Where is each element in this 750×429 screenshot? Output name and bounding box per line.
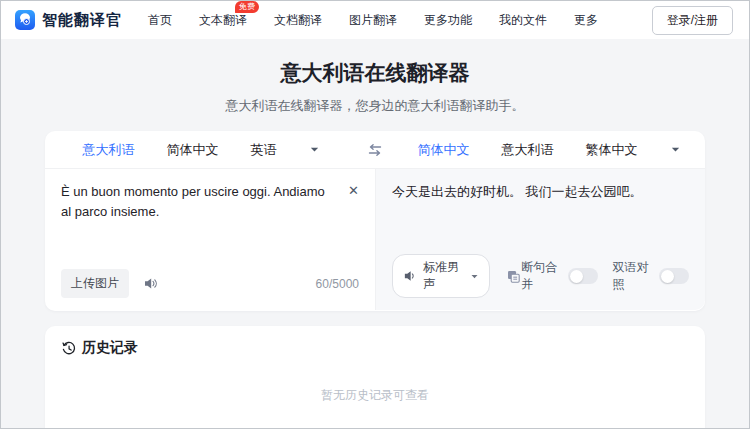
sentence-merge-label: 断句合并 — [521, 259, 561, 293]
voice-label: 标准男声 — [423, 259, 464, 293]
main-menu: 首页 文本翻译 免费 文档翻译 图片翻译 更多功能 我的文件 更多 — [148, 12, 598, 29]
copy-result-icon[interactable] — [506, 269, 521, 284]
sentence-merge-toggle-group: 断句合并 — [521, 259, 597, 293]
target-tab-italian[interactable]: 意大利语 — [502, 141, 554, 159]
source-tab-simplified-chinese[interactable]: 简体中文 — [167, 141, 219, 159]
history-empty-text: 暂无历史记录可查看 — [61, 387, 689, 404]
page-subtitle: 意大利语在线翻译器，您身边的意大利语翻译助手。 — [1, 97, 749, 114]
upload-image-button[interactable]: 上传图片 — [61, 269, 129, 298]
history-header: 历史记录 — [61, 339, 689, 357]
history-card: 历史记录 暂无历史记录可查看 — [45, 326, 705, 429]
free-badge: 免费 — [235, 1, 259, 13]
target-language-tabs: 简体中文 意大利语 繁体中文 — [393, 141, 705, 159]
menu-item-more-features[interactable]: 更多功能 — [424, 12, 472, 29]
page-title: 意大利语在线翻译器 — [1, 60, 749, 86]
char-count: 60/5000 — [316, 277, 359, 291]
menu-item-more[interactable]: 更多 — [574, 12, 598, 29]
history-clock-icon — [61, 341, 76, 356]
output-toggles: 断句合并 双语对照 — [521, 259, 689, 293]
source-language-chevron-down-icon[interactable] — [309, 144, 320, 155]
menu-item-text-translate[interactable]: 文本翻译 免费 — [199, 12, 247, 29]
sentence-merge-toggle[interactable] — [568, 268, 598, 284]
logo[interactable]: 智能翻译官 — [15, 10, 122, 30]
target-tab-simplified-chinese[interactable]: 简体中文 — [418, 141, 470, 159]
voice-select-dropdown[interactable]: 标准男声 — [392, 254, 490, 298]
voice-chevron-down-icon — [470, 272, 479, 281]
logo-icon — [15, 10, 35, 30]
menu-item-home[interactable]: 首页 — [148, 12, 172, 29]
menu-item-my-files[interactable]: 我的文件 — [499, 12, 547, 29]
menu-item-doc-translate[interactable]: 文档翻译 — [274, 12, 322, 29]
source-text-input[interactable]: È un buon momento per uscire oggi. Andia… — [61, 182, 348, 222]
translator-card: 意大利语 简体中文 英语 简体中文 意大利语 繁体中文 È un bu — [45, 131, 705, 311]
translator-panels: È un buon momento per uscire oggi. Andia… — [45, 169, 705, 310]
language-tab-row: 意大利语 简体中文 英语 简体中文 意大利语 繁体中文 — [45, 131, 705, 169]
top-nav: 智能翻译官 首页 文本翻译 免费 文档翻译 图片翻译 更多功能 我的文件 更多 … — [1, 1, 749, 39]
bilingual-compare-label: 双语对照 — [613, 259, 653, 293]
source-panel: È un buon momento per uscire oggi. Andia… — [45, 169, 375, 310]
clear-input-icon[interactable]: ✕ — [348, 182, 359, 200]
target-tab-traditional-chinese[interactable]: 繁体中文 — [586, 141, 638, 159]
source-speaker-icon[interactable] — [143, 276, 158, 291]
swap-languages-icon[interactable] — [357, 142, 393, 158]
target-toolbar: 标准男声 断句合并 — [392, 254, 689, 298]
menu-item-image-translate[interactable]: 图片翻译 — [349, 12, 397, 29]
source-language-tabs: 意大利语 简体中文 英语 — [45, 141, 357, 159]
bilingual-compare-toggle-group: 双语对照 — [613, 259, 689, 293]
target-text-output: 今天是出去的好时机。 我们一起去公园吧。 — [392, 182, 689, 254]
target-language-chevron-down-icon[interactable] — [670, 144, 681, 155]
source-tab-english[interactable]: 英语 — [251, 141, 277, 159]
source-tab-italian[interactable]: 意大利语 — [83, 141, 135, 159]
login-register-button[interactable]: 登录/注册 — [652, 6, 733, 35]
bilingual-compare-toggle[interactable] — [659, 268, 689, 284]
target-panel: 今天是出去的好时机。 我们一起去公园吧。 标准男声 — [375, 169, 705, 310]
logo-text: 智能翻译官 — [42, 11, 122, 30]
history-title: 历史记录 — [82, 339, 138, 357]
hero: 意大利语在线翻译器 意大利语在线翻译器，您身边的意大利语翻译助手。 — [1, 39, 749, 114]
source-toolbar: 上传图片 60/5000 — [61, 269, 359, 298]
target-speaker-icon — [403, 269, 417, 283]
